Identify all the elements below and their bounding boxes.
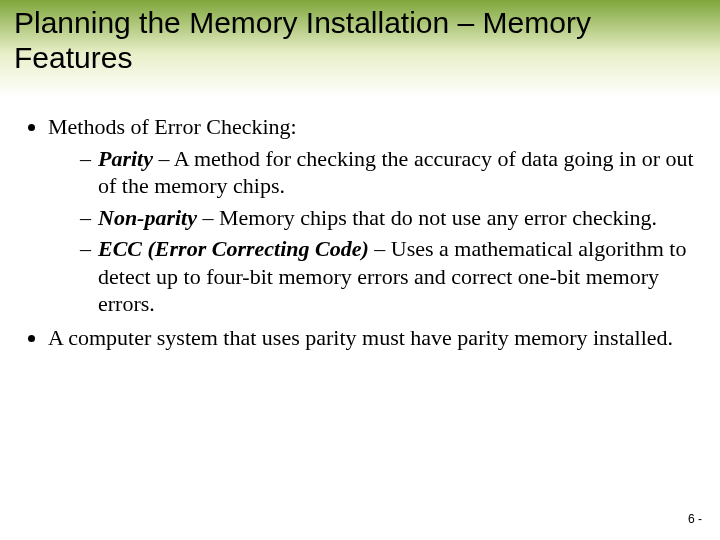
- term-parity: Parity: [98, 146, 153, 171]
- sub-list: Parity – A method for checking the accur…: [48, 145, 694, 318]
- list-item: Methods of Error Checking: Parity – A me…: [48, 113, 694, 318]
- list-item: A computer system that uses parity must …: [48, 324, 694, 352]
- list-item: Non-parity – Memory chips that do not us…: [80, 204, 694, 232]
- desc-parity: – A method for checking the accuracy of …: [98, 146, 694, 199]
- bullet-text: Methods of Error Checking:: [48, 114, 297, 139]
- bullet-text: A computer system that uses parity must …: [48, 325, 673, 350]
- slide-title: Planning the Memory Installation – Memor…: [14, 6, 706, 75]
- bullet-list: Methods of Error Checking: Parity – A me…: [26, 113, 694, 351]
- list-item: ECC (Error Correcting Code) – Uses a mat…: [80, 235, 694, 318]
- term-ecc: ECC (Error Correcting Code): [98, 236, 369, 261]
- term-nonparity: Non-parity: [98, 205, 197, 230]
- slide-body: Methods of Error Checking: Parity – A me…: [0, 97, 720, 351]
- slide: Planning the Memory Installation – Memor…: [0, 0, 720, 540]
- list-item: Parity – A method for checking the accur…: [80, 145, 694, 200]
- page-number: 6 -: [688, 512, 702, 526]
- desc-nonparity: – Memory chips that do not use any error…: [197, 205, 657, 230]
- title-band: Planning the Memory Installation – Memor…: [0, 0, 720, 97]
